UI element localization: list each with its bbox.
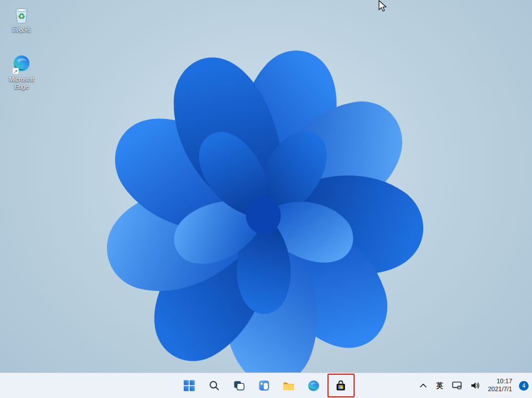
widgets-button[interactable]	[253, 375, 275, 396]
edge-icon	[307, 379, 320, 392]
desktop: ♻ 回收站 ↗ Microsoft Edge	[0, 0, 532, 373]
desktop-icon-microsoft-edge[interactable]: ↗ Microsoft Edge	[3, 54, 40, 90]
network-button[interactable]	[451, 380, 463, 391]
microsoft-store-button[interactable]	[330, 375, 352, 396]
edge-button[interactable]	[303, 375, 325, 396]
mouse-cursor	[377, 0, 389, 12]
taskbar-center-buttons	[178, 373, 355, 398]
wallpaper-bloom-image	[40, 45, 487, 373]
task-view-icon	[233, 379, 245, 392]
clock-date: 2021/7/1	[488, 386, 512, 393]
start-button[interactable]	[178, 375, 201, 396]
widgets-icon	[258, 379, 270, 392]
taskbar: 英 10:17 2021/7/1 4	[0, 373, 532, 398]
search-button[interactable]	[203, 375, 225, 396]
ime-language-button[interactable]: 英	[435, 380, 444, 392]
clock[interactable]: 10:17 2021/7/1	[488, 378, 512, 393]
windows-logo-icon	[183, 379, 195, 392]
recycle-bin-label: 回收站	[12, 26, 31, 33]
edge-shortcut-label: Microsoft Edge	[3, 76, 40, 90]
volume-button[interactable]	[470, 380, 481, 391]
file-explorer-button[interactable]	[278, 375, 300, 396]
notification-badge[interactable]: 4	[519, 381, 529, 391]
task-view-button[interactable]	[228, 375, 250, 396]
svg-text:↗: ↗	[14, 69, 18, 74]
chevron-up-icon	[419, 382, 427, 389]
folder-icon	[282, 379, 295, 392]
store-highlight-box	[327, 374, 355, 397]
tray-chevron-up-button[interactable]	[418, 381, 428, 390]
store-bag-icon	[334, 379, 347, 392]
search-icon	[208, 379, 220, 392]
recycle-bin-icon: ♻	[11, 5, 32, 25]
network-ethernet-icon	[452, 382, 462, 390]
svg-text:♻: ♻	[18, 11, 25, 21]
system-tray: 英 10:17 2021/7/1 4	[418, 373, 529, 398]
desktop-icon-recycle-bin[interactable]: ♻ 回收站	[3, 5, 40, 33]
speaker-icon	[471, 382, 480, 390]
edge-icon: ↗	[11, 54, 32, 75]
clock-time: 10:17	[496, 378, 512, 386]
